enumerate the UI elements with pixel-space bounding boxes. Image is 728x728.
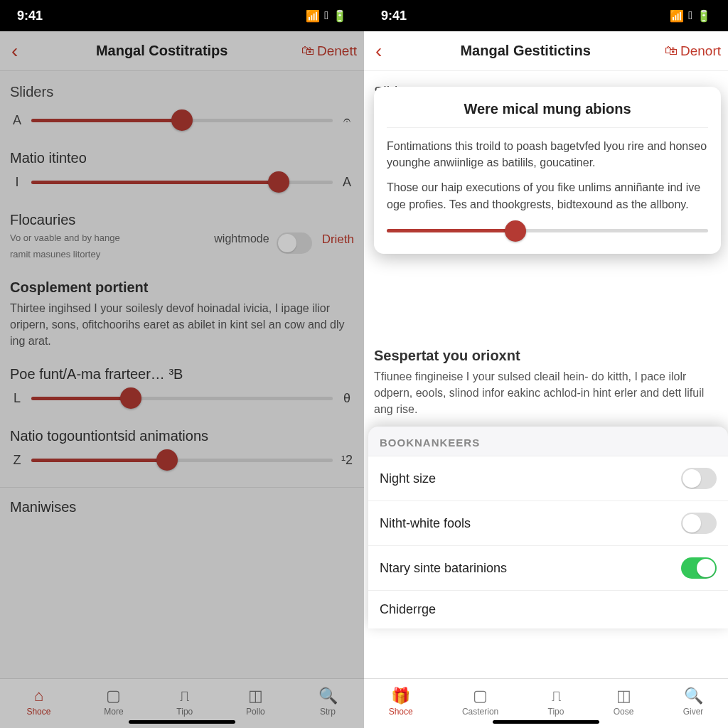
flocauries-row: Vo or vaable and by hange ramit masunes … bbox=[0, 230, 364, 272]
signal-icon: 📶 bbox=[306, 9, 320, 23]
tool-icon: ⎍ bbox=[552, 687, 561, 705]
tab-pollo[interactable]: ◫Pollo bbox=[246, 687, 265, 717]
slider-2-right: A bbox=[341, 175, 353, 190]
section-sliders: Sliders bbox=[0, 71, 364, 106]
sheet-row-label: Chiderrge bbox=[380, 602, 436, 617]
slider-natio[interactable]: Z ¹2 bbox=[0, 446, 364, 483]
slider-2-track[interactable] bbox=[31, 172, 333, 192]
navbar: ‹ Mangal Costitratips 🛍 Denett bbox=[0, 31, 364, 71]
slider-1[interactable]: A 𝄐 bbox=[0, 106, 364, 143]
home-indicator[interactable] bbox=[493, 720, 599, 724]
page-title: Mangal Gestitictins bbox=[386, 43, 665, 59]
search-icon: 🔍 bbox=[318, 687, 338, 705]
bag-icon: 🛍 bbox=[301, 43, 314, 58]
tab-tipo[interactable]: ⎍Tipo bbox=[548, 687, 564, 717]
tab-label: Shoce bbox=[26, 707, 50, 717]
tab-label: Oose bbox=[614, 707, 634, 717]
card-slider[interactable] bbox=[387, 221, 708, 241]
folder-icon: ▢ bbox=[106, 687, 121, 705]
sesp-title: Sespertat you orioxnt bbox=[364, 341, 728, 365]
status-bar: 9:41 📶 󾓦 🔋 bbox=[0, 0, 364, 31]
tab-label: Casterion bbox=[462, 707, 498, 717]
content: Sliders Sespertat you orioxnt Tfiunee fi… bbox=[364, 71, 728, 678]
slider-1-track[interactable] bbox=[31, 110, 333, 130]
box-icon: ◫ bbox=[616, 687, 631, 705]
nav-action-label: Denett bbox=[317, 43, 357, 59]
wightmode-switch[interactable] bbox=[277, 232, 312, 254]
tab-oose[interactable]: ◫Oose bbox=[614, 687, 634, 717]
tab-casterion[interactable]: ▢Casterion bbox=[462, 687, 498, 717]
nav-action-label: Denort bbox=[680, 43, 721, 59]
slider-natio-right: ¹2 bbox=[341, 453, 353, 468]
navbar: ‹ Mangal Gestitictins 🛍 Denort bbox=[364, 31, 728, 71]
gift-icon: 🎁 bbox=[391, 687, 410, 705]
tab-more[interactable]: ▢More bbox=[104, 687, 123, 717]
tab-label: Shoce bbox=[389, 707, 413, 717]
search-icon: 🔍 bbox=[684, 687, 703, 705]
slider-2[interactable]: I A bbox=[0, 168, 364, 205]
back-icon[interactable]: ‹ bbox=[371, 40, 386, 63]
poe-title: Poe funt/A-ma frarteer… ³B bbox=[0, 359, 364, 384]
tab-label: Pollo bbox=[246, 707, 265, 717]
wightmode-label: wightmode bbox=[214, 232, 269, 245]
content: Sliders A 𝄐 Matio itinteo I A Floc bbox=[0, 71, 364, 678]
tab-label: Tipo bbox=[548, 707, 564, 717]
slider-1-left: A bbox=[11, 113, 23, 128]
status-time: 9:41 bbox=[381, 9, 407, 23]
sheet-row-label: Night size bbox=[380, 471, 436, 486]
tab-giver[interactable]: 🔍Giver bbox=[683, 687, 704, 717]
sheet-row-chiderrge[interactable]: Chiderrge bbox=[368, 590, 728, 628]
tab-shoce[interactable]: ⌂Shoce bbox=[26, 687, 50, 717]
status-icons: 📶 󾓦 🔋 bbox=[306, 9, 347, 23]
sheet-row-night-size[interactable]: Night size bbox=[368, 456, 728, 500]
flocauries-l1: Vo or vaable and by hange bbox=[10, 232, 214, 249]
flocauries-l2: ramit masunes litortey bbox=[10, 249, 214, 265]
screen: ‹ Mangal Costitratips 🛍 Denett Sliders A… bbox=[0, 31, 364, 728]
status-time: 9:41 bbox=[17, 9, 43, 23]
sub-matio: Matio itinteo bbox=[0, 143, 364, 168]
card-p1: Fontimations this troild to poash bagetv… bbox=[387, 138, 708, 171]
tool-icon: ⎍ bbox=[180, 687, 189, 705]
slider-natio-left: Z bbox=[11, 453, 23, 468]
nitht-white-switch[interactable] bbox=[681, 513, 717, 534]
status-bar: 9:41 📶 󾓦 🔋 bbox=[364, 0, 728, 31]
slider-poe-left: L bbox=[11, 391, 23, 406]
sheet-row-ntary[interactable]: Ntary sinte batarinions bbox=[368, 545, 728, 590]
signal-icon: 📶 bbox=[670, 9, 684, 23]
card-title: Were mical mung abions bbox=[387, 98, 708, 128]
phone-right: 9:41 📶 󾓦 🔋 ‹ Mangal Gestitictins 🛍 Denor… bbox=[364, 0, 728, 728]
phone-left: 9:41 📶 󾓦 🔋 ‹ Mangal Costitratips 🛍 Denet… bbox=[0, 0, 364, 728]
ntary-switch[interactable] bbox=[681, 557, 717, 579]
slider-1-right: 𝄐 bbox=[341, 113, 353, 128]
slider-poe[interactable]: L θ bbox=[0, 384, 364, 421]
tab-label: Tipo bbox=[176, 707, 193, 717]
night-size-switch[interactable] bbox=[681, 468, 717, 489]
nav-action[interactable]: 🛍 Denett bbox=[301, 43, 357, 59]
page-title: Mangal Costitratips bbox=[22, 43, 301, 59]
slider-natio-track[interactable] bbox=[31, 450, 333, 470]
sheet-row-nitht-white[interactable]: Nitht-white fools bbox=[368, 500, 728, 545]
modal-card: Were mical mung abions Fontimations this… bbox=[374, 87, 721, 254]
battery-icon: 🔋 bbox=[697, 9, 711, 23]
home-indicator[interactable] bbox=[129, 720, 235, 724]
tab-strp[interactable]: 🔍Strp bbox=[318, 687, 338, 717]
nav-action[interactable]: 🛍 Denort bbox=[665, 43, 721, 59]
screen: ‹ Mangal Gestitictins 🛍 Denort Sliders S… bbox=[364, 31, 728, 728]
home-icon: ⌂ bbox=[34, 687, 43, 705]
tab-tipo[interactable]: ⎍Tipo bbox=[176, 687, 193, 717]
bag-icon: 🛍 bbox=[665, 43, 678, 58]
sheet-row-label: Ntary sinte batarinions bbox=[380, 561, 507, 576]
slider-poe-track[interactable] bbox=[31, 388, 333, 408]
sesp-para: Tfiunee fingineise I your sulsed cleail … bbox=[364, 365, 728, 428]
sheet-row-label: Nitht-white fools bbox=[380, 516, 471, 531]
box-icon: ◫ bbox=[248, 687, 263, 705]
drieth-link[interactable]: Drieth bbox=[322, 232, 354, 247]
status-icons: 📶 󾓦 🔋 bbox=[670, 9, 711, 23]
wifi-icon: 󾓦 bbox=[688, 9, 692, 22]
cosp-title: Cosplement portient bbox=[0, 272, 364, 297]
tab-shoce[interactable]: 🎁Shoce bbox=[389, 687, 413, 717]
bottom-sheet: BOOKNANKEERS Night size Nitht-white fool… bbox=[368, 427, 728, 628]
slider-poe-right: θ bbox=[341, 391, 353, 406]
back-icon[interactable]: ‹ bbox=[7, 40, 22, 63]
tab-label: Giver bbox=[683, 707, 704, 717]
